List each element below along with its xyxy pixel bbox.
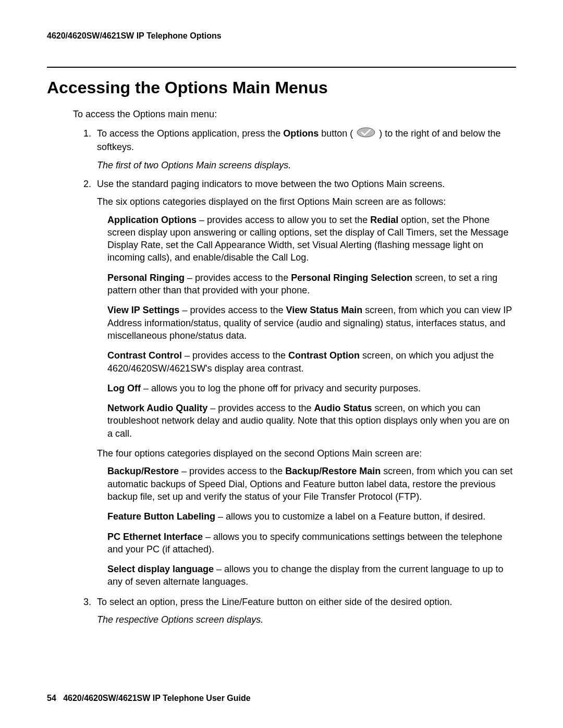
option-label: Network Audio Quality <box>107 403 207 413</box>
page-footer: 54 4620/4620SW/4621SW IP Telephone User … <box>47 694 516 703</box>
intro-text: To access the Options main menu: <box>73 109 516 120</box>
step-number: 3. <box>83 596 91 608</box>
option-text-post: – allows you to log the phone off for pr… <box>141 383 421 393</box>
option-text-bold: Backup/Restore Main <box>285 466 381 476</box>
step-number: 1. <box>83 127 91 140</box>
footer-guide-title: 4620/4620SW/4621SW IP Telephone User Gui… <box>63 694 251 702</box>
option-text-pre: – provides access to the <box>179 305 286 315</box>
option-text-post: – allows you to customize a label on a F… <box>215 511 485 522</box>
running-header: 4620/4620SW/4621SW IP Telephone Options <box>47 31 516 41</box>
option-contrast-control: Contrast Control – provides access to th… <box>107 349 516 375</box>
option-view-ip-settings: View IP Settings – provides access to th… <box>107 304 516 342</box>
step-3: 3. To select an option, press the Line/F… <box>83 596 516 626</box>
steps-list: 1. To access the Options application, pr… <box>83 127 516 626</box>
option-personal-ringing: Personal Ringing – provides access to th… <box>107 272 516 297</box>
option-text-bold: Redial <box>370 215 398 225</box>
step-2-line1: Use the standard paging indicators to mo… <box>97 179 445 189</box>
page: 4620/4620SW/4621SW IP Telephone Options … <box>0 0 563 728</box>
option-select-display-language: Select display language – allows you to … <box>107 563 516 588</box>
option-label: Select display language <box>107 564 214 574</box>
option-text-bold: Contrast Option <box>288 350 360 361</box>
section-rule <box>47 67 516 68</box>
option-log-off: Log Off – allows you to log the phone of… <box>107 382 516 394</box>
step-1-bold-options: Options <box>283 128 319 139</box>
option-feature-button-labeling: Feature Button Labeling – allows you to … <box>107 510 516 523</box>
step-1-pre: To access the Options application, press… <box>97 128 283 139</box>
option-text-pre: – provides access to the <box>179 466 285 476</box>
option-network-audio-quality: Network Audio Quality – provides access … <box>107 402 516 440</box>
option-text-bold: View Status Main <box>286 305 363 315</box>
option-text-bold: Audio Status <box>314 403 372 413</box>
option-application-options: Application Options – provides access to… <box>107 214 516 264</box>
option-pc-ethernet-interface: PC Ethernet Interface – allows you to sp… <box>107 530 516 556</box>
step-2-line3: The four options categories displayed on… <box>97 447 516 460</box>
option-label: View IP Settings <box>107 305 179 315</box>
step-3-line1: To select an option, press the Line/Feat… <box>97 597 452 607</box>
options-button-icon <box>357 127 375 141</box>
option-text-pre: – provides access to the <box>207 403 314 413</box>
step-1-result: The first of two Options Main screens di… <box>97 159 516 171</box>
option-label: Personal Ringing <box>107 273 185 283</box>
option-backup-restore: Backup/Restore – provides access to the … <box>107 465 516 503</box>
step-1-mid: button ( <box>319 128 356 139</box>
step-3-result: The respective Options screen displays. <box>97 613 516 626</box>
step-2-line2: The six options categories displayed on … <box>97 195 516 208</box>
option-label: Contrast Control <box>107 350 182 361</box>
footer-page-number: 54 <box>47 694 56 702</box>
svg-point-0 <box>357 128 375 137</box>
option-label: Backup/Restore <box>107 466 179 476</box>
option-label: PC Ethernet Interface <box>107 532 203 542</box>
option-label: Log Off <box>107 383 141 393</box>
option-label: Application Options <box>107 215 197 225</box>
option-text-bold: Personal Ringing Selection <box>291 273 412 283</box>
step-number: 2. <box>83 178 91 190</box>
page-title: Accessing the Options Main Menus <box>47 78 516 97</box>
option-text-pre: – provides access to allow you to set th… <box>197 215 370 225</box>
step-1: 1. To access the Options application, pr… <box>83 127 516 171</box>
option-label: Feature Button Labeling <box>107 511 215 522</box>
step-2: 2. Use the standard paging indicators to… <box>83 178 516 588</box>
option-text-pre: – provides access to the <box>185 273 291 283</box>
option-text-pre: – provides access to the <box>182 350 288 361</box>
